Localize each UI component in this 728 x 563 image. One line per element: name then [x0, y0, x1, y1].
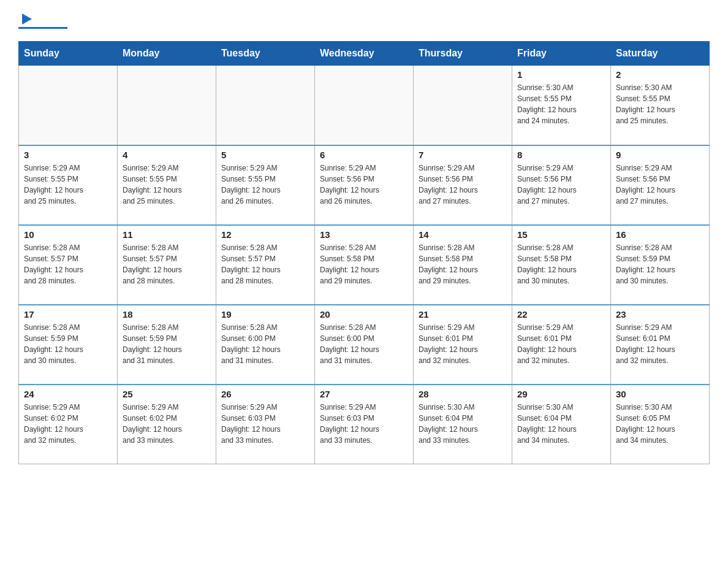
- day-of-week-header: Tuesday: [216, 42, 315, 66]
- day-number: 13: [320, 229, 408, 240]
- day-number: 24: [24, 389, 112, 399]
- calendar-cell: 11Sunrise: 5:28 AMSunset: 5:57 PMDayligh…: [118, 225, 216, 305]
- day-info: Sunrise: 5:30 AMSunset: 6:04 PMDaylight:…: [517, 402, 605, 446]
- calendar-week-row: 3Sunrise: 5:29 AMSunset: 5:55 PMDaylight…: [19, 145, 710, 225]
- day-of-week-header: Thursday: [414, 42, 512, 66]
- logo: [18, 12, 71, 29]
- day-number: 17: [24, 309, 112, 320]
- day-number: 21: [419, 309, 507, 320]
- calendar-cell: 26Sunrise: 5:29 AMSunset: 6:03 PMDayligh…: [216, 385, 315, 464]
- day-number: 7: [419, 150, 507, 160]
- calendar-cell: 19Sunrise: 5:28 AMSunset: 6:00 PMDayligh…: [216, 305, 315, 385]
- day-number: 20: [320, 309, 408, 320]
- calendar-cell: 1Sunrise: 5:30 AMSunset: 5:55 PMDaylight…: [512, 66, 611, 145]
- day-of-week-header: Friday: [512, 42, 611, 66]
- calendar-cell: 30Sunrise: 5:30 AMSunset: 6:05 PMDayligh…: [611, 385, 710, 464]
- day-info: Sunrise: 5:29 AMSunset: 6:03 PMDaylight:…: [221, 402, 309, 446]
- calendar-week-row: 10Sunrise: 5:28 AMSunset: 5:57 PMDayligh…: [19, 225, 710, 305]
- day-number: 3: [24, 150, 112, 160]
- calendar-cell: 27Sunrise: 5:29 AMSunset: 6:03 PMDayligh…: [315, 385, 414, 464]
- day-info: Sunrise: 5:28 AMSunset: 5:59 PMDaylight:…: [24, 322, 112, 366]
- day-info: Sunrise: 5:30 AMSunset: 5:55 PMDaylight:…: [517, 82, 605, 126]
- day-number: 8: [517, 150, 605, 160]
- calendar-cell: 14Sunrise: 5:28 AMSunset: 5:58 PMDayligh…: [414, 225, 512, 305]
- calendar-week-row: 24Sunrise: 5:29 AMSunset: 6:02 PMDayligh…: [19, 385, 710, 464]
- day-number: 10: [24, 229, 112, 240]
- calendar-cell: [118, 66, 216, 145]
- day-info: Sunrise: 5:29 AMSunset: 6:02 PMDaylight:…: [24, 402, 112, 446]
- calendar-table: SundayMondayTuesdayWednesdayThursdayFrid…: [18, 41, 710, 464]
- calendar-cell: 20Sunrise: 5:28 AMSunset: 6:00 PMDayligh…: [315, 305, 414, 385]
- day-of-week-header: Monday: [118, 42, 216, 66]
- day-of-week-header: Saturday: [611, 42, 710, 66]
- day-info: Sunrise: 5:30 AMSunset: 6:05 PMDaylight:…: [616, 402, 704, 446]
- day-number: 30: [616, 389, 704, 399]
- day-info: Sunrise: 5:28 AMSunset: 5:58 PMDaylight:…: [419, 242, 507, 286]
- calendar-cell: 15Sunrise: 5:28 AMSunset: 5:58 PMDayligh…: [512, 225, 611, 305]
- day-info: Sunrise: 5:28 AMSunset: 5:58 PMDaylight:…: [517, 242, 605, 286]
- day-info: Sunrise: 5:29 AMSunset: 5:56 PMDaylight:…: [320, 163, 408, 207]
- day-number: 16: [616, 229, 704, 240]
- day-number: 5: [221, 150, 309, 160]
- logo-flag-icon: [20, 12, 33, 26]
- calendar-cell: 5Sunrise: 5:29 AMSunset: 5:55 PMDaylight…: [216, 145, 315, 225]
- calendar-cell: 6Sunrise: 5:29 AMSunset: 5:56 PMDaylight…: [315, 145, 414, 225]
- svg-marker-0: [22, 13, 32, 25]
- calendar-cell: 2Sunrise: 5:30 AMSunset: 5:55 PMDaylight…: [611, 66, 710, 145]
- day-info: Sunrise: 5:29 AMSunset: 6:01 PMDaylight:…: [419, 322, 507, 366]
- day-info: Sunrise: 5:29 AMSunset: 5:55 PMDaylight:…: [123, 163, 211, 207]
- day-info: Sunrise: 5:28 AMSunset: 5:57 PMDaylight:…: [123, 242, 211, 286]
- day-info: Sunrise: 5:29 AMSunset: 5:56 PMDaylight:…: [616, 163, 704, 207]
- day-info: Sunrise: 5:28 AMSunset: 6:00 PMDaylight:…: [320, 322, 408, 366]
- day-info: Sunrise: 5:28 AMSunset: 5:58 PMDaylight:…: [320, 242, 408, 286]
- calendar-cell: [216, 66, 315, 145]
- calendar-cell: 7Sunrise: 5:29 AMSunset: 5:56 PMDaylight…: [414, 145, 512, 225]
- day-info: Sunrise: 5:29 AMSunset: 5:55 PMDaylight:…: [24, 163, 112, 207]
- calendar-cell: 17Sunrise: 5:28 AMSunset: 5:59 PMDayligh…: [19, 305, 118, 385]
- calendar-cell: 22Sunrise: 5:29 AMSunset: 6:01 PMDayligh…: [512, 305, 611, 385]
- day-info: Sunrise: 5:29 AMSunset: 6:01 PMDaylight:…: [517, 322, 605, 366]
- calendar-cell: 21Sunrise: 5:29 AMSunset: 6:01 PMDayligh…: [414, 305, 512, 385]
- day-number: 11: [123, 229, 211, 240]
- calendar-cell: 10Sunrise: 5:28 AMSunset: 5:57 PMDayligh…: [19, 225, 118, 305]
- day-info: Sunrise: 5:28 AMSunset: 5:59 PMDaylight:…: [123, 322, 211, 366]
- day-number: 14: [419, 229, 507, 240]
- day-info: Sunrise: 5:29 AMSunset: 6:03 PMDaylight:…: [320, 402, 408, 446]
- day-info: Sunrise: 5:28 AMSunset: 5:57 PMDaylight:…: [24, 242, 112, 286]
- day-info: Sunrise: 5:28 AMSunset: 5:57 PMDaylight:…: [221, 242, 309, 286]
- day-number: 26: [221, 389, 309, 399]
- day-info: Sunrise: 5:30 AMSunset: 6:04 PMDaylight:…: [419, 402, 507, 446]
- calendar-cell: 28Sunrise: 5:30 AMSunset: 6:04 PMDayligh…: [414, 385, 512, 464]
- calendar-cell: 13Sunrise: 5:28 AMSunset: 5:58 PMDayligh…: [315, 225, 414, 305]
- calendar-cell: 9Sunrise: 5:29 AMSunset: 5:56 PMDaylight…: [611, 145, 710, 225]
- day-of-week-header: Sunday: [19, 42, 118, 66]
- calendar-cell: 25Sunrise: 5:29 AMSunset: 6:02 PMDayligh…: [118, 385, 216, 464]
- calendar-cell: 12Sunrise: 5:28 AMSunset: 5:57 PMDayligh…: [216, 225, 315, 305]
- day-info: Sunrise: 5:29 AMSunset: 5:56 PMDaylight:…: [517, 163, 605, 207]
- day-info: Sunrise: 5:30 AMSunset: 5:55 PMDaylight:…: [616, 82, 704, 126]
- day-number: 23: [616, 309, 704, 320]
- day-info: Sunrise: 5:28 AMSunset: 6:00 PMDaylight:…: [221, 322, 309, 366]
- calendar-cell: 16Sunrise: 5:28 AMSunset: 5:59 PMDayligh…: [611, 225, 710, 305]
- day-number: 19: [221, 309, 309, 320]
- calendar-cell: [315, 66, 414, 145]
- calendar-cell: 18Sunrise: 5:28 AMSunset: 5:59 PMDayligh…: [118, 305, 216, 385]
- day-number: 6: [320, 150, 408, 160]
- day-number: 28: [419, 389, 507, 399]
- calendar-cell: 3Sunrise: 5:29 AMSunset: 5:55 PMDaylight…: [19, 145, 118, 225]
- calendar-cell: [19, 66, 118, 145]
- day-number: 18: [123, 309, 211, 320]
- day-info: Sunrise: 5:28 AMSunset: 5:59 PMDaylight:…: [616, 242, 704, 286]
- day-of-week-header: Wednesday: [315, 42, 414, 66]
- day-number: 29: [517, 389, 605, 399]
- calendar-cell: 24Sunrise: 5:29 AMSunset: 6:02 PMDayligh…: [19, 385, 118, 464]
- calendar-cell: 8Sunrise: 5:29 AMSunset: 5:56 PMDaylight…: [512, 145, 611, 225]
- day-number: 9: [616, 150, 704, 160]
- day-number: 2: [616, 69, 704, 80]
- day-info: Sunrise: 5:29 AMSunset: 6:02 PMDaylight:…: [123, 402, 211, 446]
- day-number: 4: [123, 150, 211, 160]
- day-number: 1: [517, 69, 605, 80]
- calendar-cell: 4Sunrise: 5:29 AMSunset: 5:55 PMDaylight…: [118, 145, 216, 225]
- day-info: Sunrise: 5:29 AMSunset: 5:55 PMDaylight:…: [221, 163, 309, 207]
- day-info: Sunrise: 5:29 AMSunset: 5:56 PMDaylight:…: [419, 163, 507, 207]
